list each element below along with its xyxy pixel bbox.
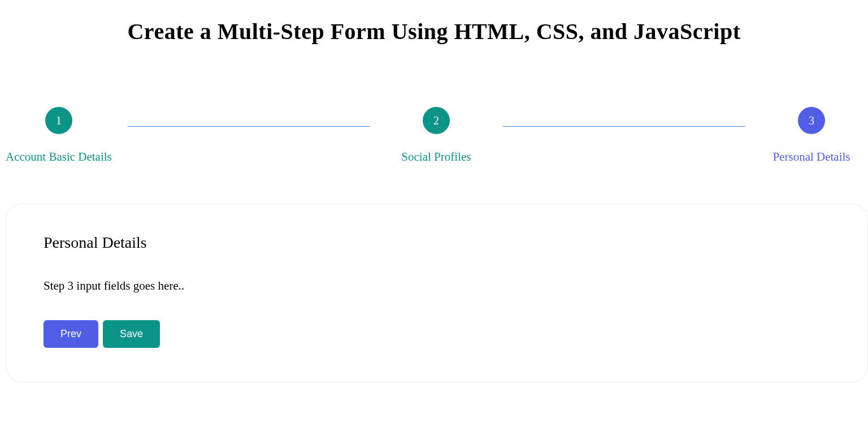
form-title: Personal Details bbox=[44, 234, 830, 252]
stepper: 1 Account Basic Details 2 Social Profile… bbox=[0, 107, 868, 164]
step-3[interactable]: 3 Personal Details bbox=[761, 107, 862, 164]
page-title: Create a Multi-Step Form Using HTML, CSS… bbox=[0, 18, 868, 45]
step-connector-2-3 bbox=[503, 126, 745, 127]
prev-button[interactable]: Prev bbox=[44, 320, 98, 348]
step-connector-1-2 bbox=[128, 126, 370, 127]
form-step-description: Step 3 input fields goes here.. bbox=[44, 279, 830, 293]
form-buttons-row: Prev Save bbox=[44, 320, 830, 348]
step-2-circle: 2 bbox=[423, 107, 450, 134]
step-1-circle: 1 bbox=[45, 107, 72, 134]
save-button[interactable]: Save bbox=[103, 320, 160, 348]
form-card: Personal Details Step 3 input fields goe… bbox=[6, 204, 868, 382]
step-2-label: Social Profiles bbox=[401, 150, 471, 164]
step-2[interactable]: 2 Social Profiles bbox=[385, 107, 487, 164]
step-3-circle: 3 bbox=[798, 107, 825, 134]
step-1-label: Account Basic Details bbox=[6, 150, 112, 164]
step-1[interactable]: 1 Account Basic Details bbox=[6, 107, 112, 164]
step-3-label: Personal Details bbox=[772, 150, 850, 164]
